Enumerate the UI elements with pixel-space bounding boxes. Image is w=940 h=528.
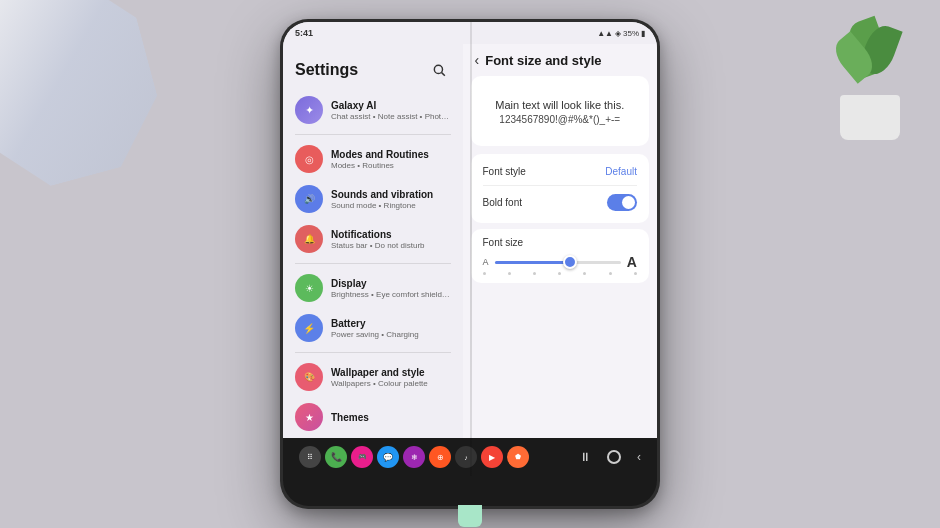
settings-item-galaxy-ai[interactable]: ✦ Galaxy AI Chat assist • Note assist • … — [283, 90, 463, 130]
wallpaper-subtitle: Wallpapers • Colour palette — [331, 379, 451, 389]
background-crystal — [0, 0, 173, 200]
font-size-large-a: A — [627, 254, 637, 270]
themes-title: Themes — [331, 411, 451, 424]
signal-icon: ▲▲ — [597, 29, 613, 38]
battery-icon: 35% — [623, 29, 639, 38]
slider-dot — [508, 272, 511, 275]
bold-font-toggle[interactable] — [607, 194, 637, 211]
candy-app-button[interactable]: ❄ — [403, 446, 425, 468]
nav-home-button[interactable] — [607, 450, 621, 464]
display-title: Display — [331, 277, 451, 290]
settings-item-wallpaper[interactable]: 🎨 Wallpaper and style Wallpapers • Colou… — [283, 357, 463, 397]
settings-item-battery[interactable]: ⚡ Battery Power saving • Charging — [283, 308, 463, 348]
slider-dots — [483, 272, 637, 275]
notifications-subtitle: Status bar • Do not disturb — [331, 241, 451, 251]
sounds-text: Sounds and vibration Sound mode • Ringto… — [331, 188, 451, 211]
search-button[interactable] — [427, 58, 451, 82]
slider-dot — [609, 272, 612, 275]
settings-header: Settings — [283, 54, 463, 90]
settings-item-display[interactable]: ☀ Display Brightness • Eye comfort shiel… — [283, 268, 463, 308]
font-style-label: Font style — [483, 166, 526, 177]
battery-setting-icon: ⚡ — [295, 314, 323, 342]
phone-device: 5:41 ▲▲ ◈ 35% ▮ Settings — [280, 19, 660, 509]
slider-thumb — [563, 255, 577, 269]
svg-line-1 — [441, 73, 444, 76]
messages-app-button[interactable]: 💬 — [377, 446, 399, 468]
themes-icon: ★ — [295, 403, 323, 431]
bold-font-label: Bold font — [483, 197, 522, 208]
wallpaper-icon: 🎨 — [295, 363, 323, 391]
font-style-row[interactable]: Font style Default — [483, 162, 637, 181]
bold-font-row: Bold font — [483, 190, 637, 215]
font-panel: ‹ Font size and style Main text will loo… — [463, 44, 657, 438]
modes-text: Modes and Routines Modes • Routines — [331, 148, 451, 171]
galaxy-ai-text: Galaxy AI Chat assist • Note assist • Ph… — [331, 99, 451, 122]
section-divider — [483, 185, 637, 186]
toggle-thumb — [622, 196, 635, 209]
phone-screen: 5:41 ▲▲ ◈ 35% ▮ Settings — [283, 22, 657, 476]
modes-icon: ◎ — [295, 145, 323, 173]
settings-title: Settings — [295, 61, 358, 79]
battery-bar: ▮ — [641, 29, 645, 38]
settings-item-notifications[interactable]: 🔔 Notifications Status bar • Do not dist… — [283, 219, 463, 259]
notifications-icon: 🔔 — [295, 225, 323, 253]
settings-panel: Settings ✦ — [283, 44, 463, 438]
slider-fill — [495, 261, 571, 264]
music-app-button[interactable]: ♪ — [455, 446, 477, 468]
font-style-section: Font style Default Bold font — [471, 154, 649, 223]
notifications-title: Notifications — [331, 228, 451, 241]
battery-title: Battery — [331, 317, 451, 330]
settings-item-sounds[interactable]: 🔊 Sounds and vibration Sound mode • Ring… — [283, 179, 463, 219]
slider-dot — [583, 272, 586, 275]
galaxy-ai-subtitle: Chat assist • Note assist • Photo assist — [331, 112, 451, 122]
galaxy-ai-title: Galaxy AI — [331, 99, 451, 112]
back-button[interactable]: ‹ — [475, 52, 480, 68]
sounds-icon: 🔊 — [295, 185, 323, 213]
youtube-app-button[interactable]: ▶ — [481, 446, 503, 468]
slider-dot — [533, 272, 536, 275]
font-size-slider[interactable] — [495, 261, 621, 264]
divider-3 — [295, 352, 451, 353]
game-app-button[interactable]: 🎮 — [351, 446, 373, 468]
font-size-label: Font size — [483, 237, 637, 248]
svg-point-0 — [434, 65, 442, 73]
slider-dot — [558, 272, 561, 275]
font-size-small-a: A — [483, 257, 489, 267]
nav-pause-button[interactable]: ⏸ — [579, 450, 591, 464]
battery-subtitle: Power saving • Charging — [331, 330, 451, 340]
divider-2 — [295, 263, 451, 264]
galaxy-ai-icon: ✦ — [295, 96, 323, 124]
settings-item-modes[interactable]: ◎ Modes and Routines Modes • Routines — [283, 139, 463, 179]
sounds-subtitle: Sound mode • Ringtone — [331, 201, 451, 211]
app-grid-button[interactable]: ⠿ — [299, 446, 321, 468]
fold-line — [470, 22, 472, 476]
notifications-text: Notifications Status bar • Do not distur… — [331, 228, 451, 251]
status-time: 5:41 — [295, 28, 313, 38]
nav-back-button[interactable]: ‹ — [637, 450, 641, 464]
font-style-value: Default — [605, 166, 637, 177]
settings-item-themes[interactable]: ★ Themes — [283, 397, 463, 437]
slider-dot — [634, 272, 637, 275]
extra-app-button[interactable]: ⬟ — [507, 446, 529, 468]
wifi-icon: ◈ — [615, 29, 621, 38]
sounds-title: Sounds and vibration — [331, 188, 451, 201]
font-preview-box: Main text will look like this. 123456789… — [471, 76, 649, 146]
display-subtitle: Brightness • Eye comfort shield • Naviga… — [331, 290, 451, 300]
store-app-button[interactable]: ⊕ — [429, 446, 451, 468]
font-panel-title: Font size and style — [485, 53, 601, 68]
phone-app-button[interactable]: 📞 — [325, 446, 347, 468]
display-text: Display Brightness • Eye comfort shield … — [331, 277, 451, 300]
modes-title: Modes and Routines — [331, 148, 451, 161]
background-plant — [820, 0, 920, 140]
font-panel-header: ‹ Font size and style — [463, 44, 657, 76]
divider-1 — [295, 134, 451, 135]
app-dock: ⠿ 📞 🎮 💬 ❄ ⊕ — [299, 446, 529, 468]
battery-text: Battery Power saving • Charging — [331, 317, 451, 340]
status-icons: ▲▲ ◈ 35% ▮ — [597, 29, 645, 38]
themes-text: Themes — [331, 411, 451, 424]
wallpaper-text: Wallpaper and style Wallpapers • Colour … — [331, 366, 451, 389]
font-size-slider-row: A A — [483, 254, 637, 270]
usb-connector — [458, 505, 482, 527]
font-size-section: Font size A A — [471, 229, 649, 283]
preview-main-text: Main text will look like this. — [495, 97, 624, 114]
